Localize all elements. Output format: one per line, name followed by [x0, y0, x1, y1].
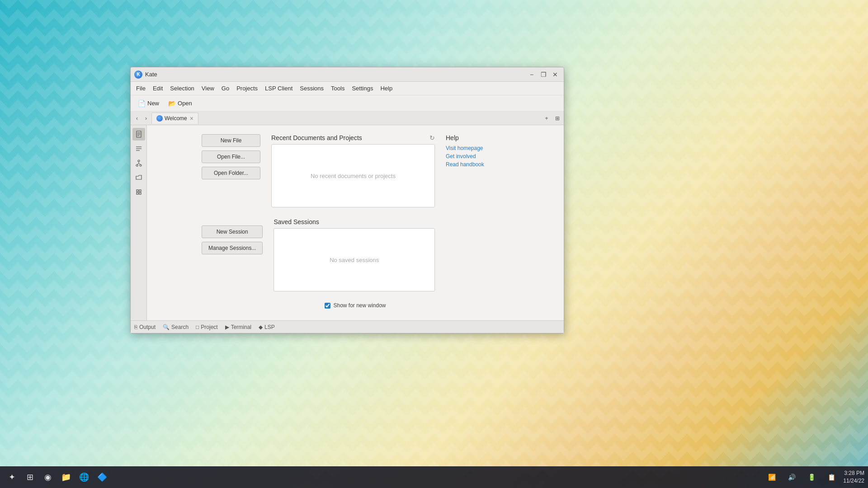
project-panel-button[interactable]: □ Project: [196, 324, 218, 330]
sidebar-folder-button[interactable]: [132, 171, 145, 184]
taskbar: ✦ ⊞ ◉ 📁 🌐 🔷 📶 🔊 🔋 📋 3:28 PM 11/24/22: [0, 466, 868, 488]
sessions-panel: Saved Sessions No saved sessions: [274, 218, 435, 291]
menu-selection[interactable]: Selection: [166, 83, 198, 94]
open-file-button[interactable]: Open File...: [202, 150, 260, 163]
show-for-new-window-checkbox[interactable]: [325, 303, 330, 309]
content-area: New File Open File... Open Folder... Rec…: [147, 125, 564, 320]
recent-section: New File Open File... Open Folder... Rec…: [202, 134, 509, 207]
menu-settings[interactable]: Settings: [348, 83, 377, 94]
battery-icon[interactable]: 🔋: [803, 469, 820, 485]
sidebar-list-button[interactable]: [132, 142, 145, 155]
svg-rect-13: [137, 190, 138, 192]
lsp-panel-button[interactable]: ◆ LSP: [259, 324, 275, 330]
svg-line-11: [137, 164, 139, 164]
taskbar-right: 📶 🔊 🔋 📋 3:28 PM 11/24/22: [764, 469, 864, 485]
tab-welcome[interactable]: Welcome ×: [151, 113, 198, 124]
tab-prev-button[interactable]: ‹: [132, 114, 142, 123]
svg-point-8: [136, 164, 138, 166]
svg-rect-14: [139, 190, 141, 192]
app-launcher-button[interactable]: ◉: [40, 469, 56, 485]
menu-sessions[interactable]: Sessions: [296, 83, 327, 94]
welcome-page: New File Open File... Open Folder... Rec…: [202, 134, 509, 309]
tab-close-button[interactable]: ×: [190, 115, 193, 122]
tab-next-button[interactable]: ›: [142, 114, 151, 123]
menu-edit[interactable]: Edit: [149, 83, 166, 94]
recent-documents-list: No recent documents or projects: [271, 144, 435, 207]
file-manager-button[interactable]: 📁: [58, 469, 74, 485]
window-title: Kate: [145, 71, 157, 78]
toolbar-new-button[interactable]: 📄 New: [134, 98, 163, 109]
window-controls: − ❐ ✕: [527, 70, 560, 80]
output-panel-button[interactable]: ⎘ Output: [134, 324, 156, 330]
file-actions: New File Open File... Open Folder...: [202, 134, 260, 207]
toolbar-open-button[interactable]: 📂 Open: [165, 98, 196, 109]
title-bar-left: K Kate: [134, 70, 157, 79]
sessions-section-title: Saved Sessions: [274, 218, 319, 225]
restore-button[interactable]: ❐: [538, 70, 548, 80]
terminal-label: Terminal: [231, 324, 251, 330]
terminal-panel-button[interactable]: ▶ Terminal: [225, 324, 251, 330]
title-bar: K Kate − ❐ ✕: [131, 67, 564, 82]
svg-rect-16: [139, 192, 141, 194]
sidebar-git-button[interactable]: [132, 157, 145, 169]
main-area: New File Open File... Open Folder... Rec…: [131, 125, 564, 320]
toolbar-new-label: New: [147, 100, 159, 107]
kde-menu-button[interactable]: ✦: [4, 469, 20, 485]
taskbar-left: ✦ ⊞ ◉ 📁 🌐 🔷: [4, 469, 110, 485]
output-icon: ⎘: [134, 324, 137, 330]
minimize-button[interactable]: −: [527, 70, 537, 80]
tab-welcome-label: Welcome: [165, 115, 187, 122]
menu-tools[interactable]: Tools: [327, 83, 348, 94]
saved-sessions-list: No saved sessions: [274, 228, 435, 291]
sidebar-documents-button[interactable]: [132, 128, 145, 141]
sidebar: [131, 125, 147, 320]
menu-lsp-client[interactable]: LSP Client: [261, 83, 296, 94]
sessions-section-header: Saved Sessions: [274, 218, 435, 225]
svg-point-9: [140, 164, 142, 166]
kate-logo: K: [134, 70, 142, 79]
sidebar-plugin-button[interactable]: [132, 186, 145, 198]
project-label: Project: [201, 324, 217, 330]
visit-homepage-link[interactable]: Visit homepage: [446, 145, 509, 151]
sessions-help-spacer: [446, 218, 509, 291]
network-icon[interactable]: 📶: [764, 469, 780, 485]
toolbar: 📄 New 📂 Open: [131, 95, 564, 112]
get-involved-link[interactable]: Get involved: [446, 153, 509, 160]
firefox-button[interactable]: 🌐: [76, 469, 92, 485]
audio-icon[interactable]: 🔊: [783, 469, 800, 485]
menu-go[interactable]: Go: [218, 83, 233, 94]
clipboard-icon[interactable]: 📋: [823, 469, 840, 485]
search-icon: 🔍: [163, 324, 170, 330]
new-tab-button[interactable]: +: [542, 114, 551, 123]
clock-date: 11/24/22: [843, 477, 864, 485]
menu-projects[interactable]: Projects: [233, 83, 261, 94]
new-session-button[interactable]: New Session: [202, 225, 263, 238]
svg-line-12: [139, 164, 141, 164]
clock-time: 3:28 PM: [843, 469, 864, 477]
task-manager-button[interactable]: ⊞: [22, 469, 38, 485]
menu-file[interactable]: File: [132, 83, 149, 94]
lsp-icon: ◆: [259, 324, 263, 330]
split-view-button[interactable]: ⊞: [553, 114, 562, 123]
kde-apps-button[interactable]: 🔷: [94, 469, 110, 485]
menu-view[interactable]: View: [198, 83, 218, 94]
new-file-button[interactable]: New File: [202, 134, 260, 147]
menu-help[interactable]: Help: [377, 83, 396, 94]
close-button[interactable]: ✕: [550, 70, 560, 80]
open-folder-button[interactable]: Open Folder...: [202, 167, 260, 179]
show-for-new-window-label[interactable]: Show for new window: [333, 302, 386, 309]
menu-bar: File Edit Selection View Go Projects LSP…: [131, 82, 564, 95]
system-clock[interactable]: 3:28 PM 11/24/22: [843, 469, 864, 485]
recent-documents-panel: Recent Documents and Projects ↻ No recen…: [271, 134, 435, 207]
manage-sessions-button[interactable]: Manage Sessions...: [202, 242, 263, 254]
read-handbook-link[interactable]: Read handbook: [446, 161, 509, 168]
search-panel-button[interactable]: 🔍 Search: [163, 324, 189, 330]
lsp-label: LSP: [264, 324, 275, 330]
sessions-section: New Session Manage Sessions... Saved Ses…: [202, 218, 509, 291]
show-for-new-window-row: Show for new window: [202, 299, 509, 309]
sessions-empty-text: No saved sessions: [330, 257, 379, 263]
open-icon: 📂: [168, 100, 176, 107]
project-icon: □: [196, 324, 199, 330]
refresh-button[interactable]: ↻: [429, 134, 435, 141]
svg-rect-15: [137, 192, 138, 194]
